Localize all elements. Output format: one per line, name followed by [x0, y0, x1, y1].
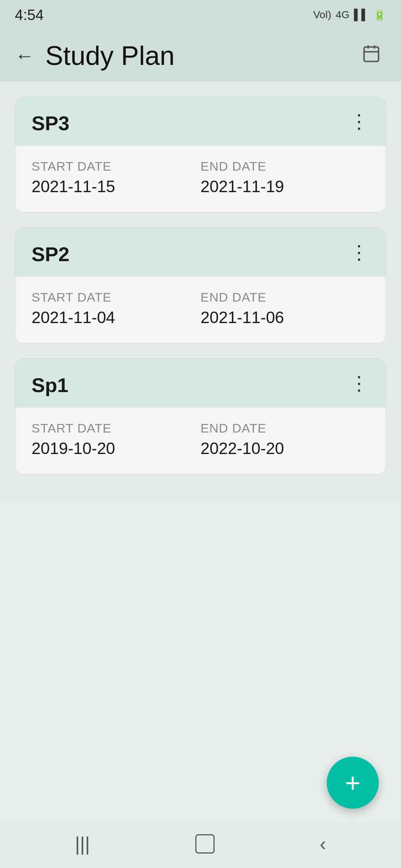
start-date-label-sp1: START DATE	[32, 421, 200, 435]
end-date-value-sp2: 2021-11-06	[200, 308, 369, 327]
status-bar: 4:54 Vol) 4G ▌▌ 🔋	[0, 0, 401, 30]
end-date-value-sp3: 2021-11-19	[200, 177, 369, 196]
home-square-icon[interactable]	[195, 834, 215, 854]
start-date-label-sp2: START DATE	[32, 290, 200, 305]
add-icon: +	[345, 769, 361, 796]
add-plan-button[interactable]: +	[327, 757, 379, 809]
bottom-nav: ||| ‹	[0, 820, 401, 868]
end-date-section-sp1: END DATE 2022-10-20	[200, 421, 369, 458]
plan-card-sp3[interactable]: SP3 ⋮ START DATE 2021-11-15 END DATE 202…	[15, 96, 386, 213]
signal-icon: ▌▌	[354, 9, 369, 21]
end-date-value-sp1: 2022-10-20	[200, 439, 369, 458]
start-date-section-sp3: START DATE 2021-11-15	[32, 159, 200, 196]
card-body-sp2: START DATE 2021-11-04 END DATE 2021-11-0…	[15, 277, 386, 343]
nav-home-icon[interactable]	[195, 834, 215, 854]
more-menu-sp2[interactable]: ⋮	[349, 243, 369, 262]
page-title: Study Plan	[45, 40, 175, 71]
start-date-section-sp1: START DATE 2019-10-20	[32, 421, 200, 458]
network-icon: 4G	[336, 9, 349, 21]
svg-rect-0	[364, 47, 379, 62]
end-date-section-sp2: END DATE 2021-11-06	[200, 290, 369, 327]
back-button[interactable]: ←	[15, 45, 34, 67]
plan-name-sp3: SP3	[32, 112, 69, 135]
start-date-label-sp3: START DATE	[32, 159, 200, 174]
plan-name-sp2: SP2	[32, 243, 69, 266]
main-content: SP3 ⋮ START DATE 2021-11-15 END DATE 202…	[0, 82, 401, 504]
start-date-value-sp1: 2019-10-20	[32, 439, 200, 458]
start-date-value-sp3: 2021-11-15	[32, 177, 200, 196]
nav-recents-icon[interactable]: |||	[75, 833, 90, 855]
end-date-section-sp3: END DATE 2021-11-19	[200, 159, 369, 196]
nav-back-icon[interactable]: ‹	[320, 833, 326, 855]
more-menu-sp1[interactable]: ⋮	[349, 374, 369, 393]
card-header-sp3: SP3 ⋮	[15, 97, 386, 146]
card-body-sp3: START DATE 2021-11-15 END DATE 2021-11-1…	[15, 146, 386, 212]
plan-name-sp1: Sp1	[32, 374, 68, 397]
battery-icon: 🔋	[373, 9, 386, 21]
more-menu-sp3[interactable]: ⋮	[349, 112, 369, 131]
plan-card-sp2[interactable]: SP2 ⋮ START DATE 2021-11-04 END DATE 202…	[15, 227, 386, 343]
app-bar-left: ← Study Plan	[15, 40, 175, 71]
card-header-sp1: Sp1 ⋮	[15, 359, 386, 408]
status-icons: Vol) 4G ▌▌ 🔋	[313, 9, 386, 21]
end-date-label-sp3: END DATE	[200, 159, 369, 174]
end-date-label-sp1: END DATE	[200, 421, 369, 435]
calendar-button[interactable]	[356, 41, 386, 70]
plan-card-sp1[interactable]: Sp1 ⋮ START DATE 2019-10-20 END DATE 202…	[15, 358, 386, 474]
end-date-label-sp2: END DATE	[200, 290, 369, 305]
start-date-section-sp2: START DATE 2021-11-04	[32, 290, 200, 327]
status-time: 4:54	[15, 7, 44, 23]
app-bar: ← Study Plan	[0, 30, 401, 82]
vol-icon: Vol)	[313, 9, 331, 21]
card-body-sp1: START DATE 2019-10-20 END DATE 2022-10-2…	[15, 408, 386, 474]
card-header-sp2: SP2 ⋮	[15, 228, 386, 277]
calendar-icon	[362, 44, 381, 68]
start-date-value-sp2: 2021-11-04	[32, 308, 200, 327]
